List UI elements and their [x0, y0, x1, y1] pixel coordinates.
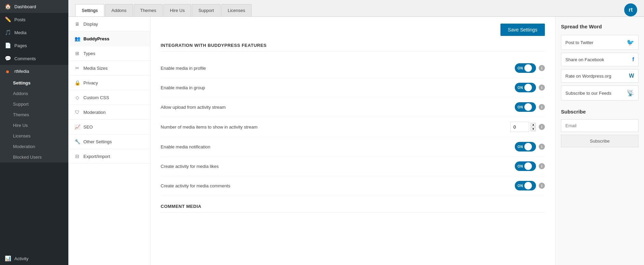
- pages-icon: 📄: [5, 42, 11, 49]
- setting-row-5: Create activity for media likes ON i: [161, 157, 545, 176]
- setting-row-6: Create activity for media comments ON i: [161, 176, 545, 196]
- toggle-label-1: ON: [518, 86, 523, 90]
- subscribe-section: Subscribe Subscribe: [561, 109, 639, 147]
- wordpress-icon: W: [629, 73, 634, 79]
- post-to-twitter-label: Post to Twitter: [565, 40, 593, 45]
- setting-control-6: ON i: [515, 181, 545, 190]
- toggle-knob-4: [524, 143, 532, 150]
- post-to-twitter-btn[interactable]: Post to Twitter 🐦: [561, 35, 639, 50]
- toggle-5[interactable]: ON: [515, 161, 536, 171]
- sidebar-item-pages[interactable]: 📄 Pages: [0, 39, 68, 52]
- settings-nav-types[interactable]: ⊞ Types: [68, 46, 150, 61]
- tab-addons[interactable]: Addons: [105, 4, 133, 16]
- sidebar-item-posts[interactable]: ✏️ Posts: [0, 13, 68, 26]
- toggle-knob-0: [524, 64, 532, 72]
- settings-nav-mediasizes[interactable]: ✂ Media Sizes: [68, 61, 150, 76]
- toggle-knob-2: [524, 103, 532, 111]
- sidebar-subitem-hirous[interactable]: Hire Us: [0, 120, 68, 131]
- toggle-label-5: ON: [518, 164, 523, 168]
- setting-row-2: Allow upload from activity stream ON i: [161, 97, 545, 117]
- twitter-icon: 🐦: [627, 39, 634, 46]
- settings-nav-customcss-label: Custom CSS: [83, 95, 109, 100]
- setting-label-0: Enable media in profile: [161, 66, 515, 71]
- settings-nav-customcss[interactable]: ◇ Custom CSS: [68, 90, 150, 105]
- save-settings-button[interactable]: Save Settings: [500, 24, 545, 36]
- section1-title: INTEGRATION WITH BUDDYPRESS FEATURES: [161, 43, 545, 52]
- settings-nav-seo[interactable]: 📈 SEO: [68, 120, 150, 134]
- setting-row-4: Enable media notification ON i: [161, 137, 545, 157]
- rtmedia-icon: [5, 68, 11, 74]
- toggle-2[interactable]: ON: [515, 102, 536, 112]
- subscribe-title: Subscribe: [561, 109, 639, 115]
- sidebar-rtmedia-label: rtMedia: [14, 69, 29, 74]
- toggle-knob-6: [524, 182, 532, 189]
- info-icon-6[interactable]: i: [539, 183, 545, 189]
- sidebar-subitem-moderation[interactable]: Moderation: [0, 141, 68, 152]
- sidebar-subitem-support[interactable]: Support: [0, 99, 68, 109]
- settings-nav-exportimport[interactable]: ⊟ Export/Import: [68, 149, 150, 164]
- toggle-1[interactable]: ON: [515, 83, 536, 92]
- share-on-facebook-btn[interactable]: Share on Facebook f: [561, 53, 639, 66]
- tab-support[interactable]: Support: [192, 4, 220, 16]
- settings-nav-types-label: Types: [83, 51, 95, 56]
- settings-nav-display-label: Display: [83, 22, 98, 27]
- setting-control-5: ON i: [515, 161, 545, 171]
- subscribe-button[interactable]: Subscribe: [561, 135, 639, 147]
- setting-control-3: ▲ ▼ i: [510, 122, 545, 132]
- number-input-media-items[interactable]: [510, 122, 529, 132]
- feed-icon: 📡: [627, 89, 634, 97]
- settings-nav-othersettings[interactable]: 🔧 Other Settings: [68, 134, 150, 149]
- info-icon-2[interactable]: i: [539, 104, 545, 110]
- types-nav-icon: ⊞: [75, 51, 80, 56]
- toggle-knob-5: [524, 162, 532, 170]
- sidebar-subitem-blockedusers[interactable]: Blocked Users: [0, 152, 68, 162]
- sidebar-pages-label: Pages: [14, 43, 27, 48]
- tab-licenses[interactable]: Licenses: [221, 4, 252, 16]
- spinner-down[interactable]: ▼: [531, 127, 536, 131]
- setting-control-2: ON i: [515, 102, 545, 112]
- sidebar-subitem-themes[interactable]: Themes: [0, 109, 68, 120]
- toggle-4[interactable]: ON: [515, 142, 536, 151]
- toggle-6[interactable]: ON: [515, 181, 536, 190]
- posts-icon: ✏️: [5, 16, 11, 23]
- settings-nav-moderation[interactable]: 🛡 Moderation: [68, 105, 150, 120]
- sidebar-item-media[interactable]: 🎵 Media: [0, 26, 68, 39]
- setting-row-0: Enable media in profile ON i: [161, 58, 545, 78]
- info-icon-4[interactable]: i: [539, 144, 545, 150]
- info-icon-0[interactable]: i: [539, 65, 545, 71]
- subscribe-feeds-btn[interactable]: Subscribe to our Feeds 📡: [561, 85, 639, 101]
- number-input-wrap: ▲ ▼: [510, 122, 536, 132]
- sidebar: 🏠 Dashboard ✏️ Posts 🎵 Media 📄 Pages 💬 C…: [0, 0, 68, 265]
- settings-nav-privacy[interactable]: 🔒 Privacy: [68, 76, 150, 90]
- sidebar-item-activity[interactable]: 📊 Activity: [0, 252, 68, 265]
- tab-settings[interactable]: Settings: [75, 4, 104, 16]
- settings-nav-display[interactable]: 🖥 Display: [68, 17, 150, 31]
- sidebar-comments-label: Comments: [14, 56, 36, 61]
- subscribe-email-input[interactable]: [561, 119, 639, 132]
- sidebar-subitem-addons[interactable]: Addons: [0, 88, 68, 99]
- info-icon-1[interactable]: i: [539, 84, 545, 91]
- sidebar-posts-label: Posts: [14, 17, 26, 22]
- sidebar-item-dashboard[interactable]: 🏠 Dashboard: [0, 0, 68, 13]
- tab-themes[interactable]: Themes: [134, 4, 163, 16]
- tab-hirous[interactable]: Hire Us: [163, 4, 191, 16]
- info-icon-3[interactable]: i: [539, 124, 545, 130]
- save-settings-bar: Save Settings: [161, 24, 545, 36]
- main-area: Settings Addons Themes Hire Us Support L…: [68, 0, 644, 265]
- rt-avatar: rt: [624, 3, 637, 16]
- settings-nav-buddypress[interactable]: 👥 BuddyPress: [68, 31, 150, 46]
- sidebar-subitem-settings[interactable]: Settings: [0, 78, 68, 88]
- sidebar-item-comments[interactable]: 💬 Comments: [0, 52, 68, 65]
- setting-row-3: Number of media items to show in activit…: [161, 117, 545, 137]
- toggle-0[interactable]: ON: [515, 63, 536, 73]
- dashboard-icon: 🏠: [5, 3, 11, 10]
- sidebar-activity-label: Activity: [14, 256, 28, 261]
- info-icon-5[interactable]: i: [539, 163, 545, 169]
- sidebar-item-rtmedia[interactable]: rtMedia: [0, 65, 68, 78]
- setting-control-0: ON i: [515, 63, 545, 73]
- spread-title: Spread the Word: [561, 24, 639, 29]
- spinner-up[interactable]: ▲: [531, 123, 536, 127]
- sidebar-subitem-licenses[interactable]: Licenses: [0, 131, 68, 141]
- rate-on-wordpress-btn[interactable]: Rate on Wordpress.org W: [561, 69, 639, 83]
- buddypress-nav-icon: 👥: [75, 36, 80, 41]
